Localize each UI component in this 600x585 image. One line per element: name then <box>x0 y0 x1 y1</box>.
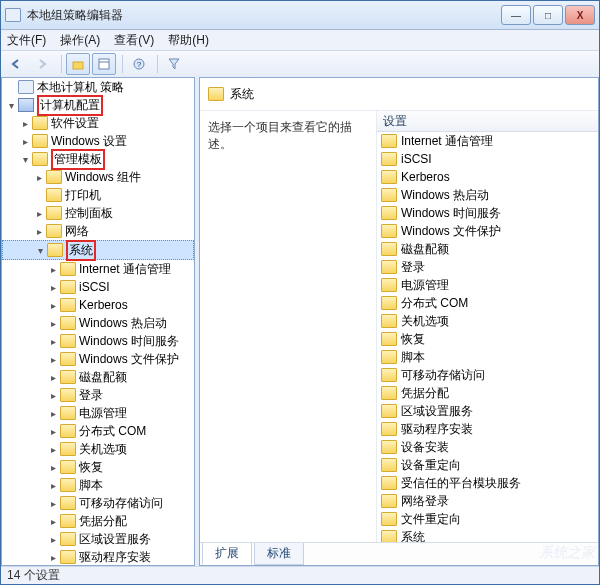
help-button[interactable]: ? <box>127 53 151 75</box>
column-header-settings[interactable]: 设置 <box>377 111 598 132</box>
expand-icon[interactable]: ▸ <box>48 462 58 473</box>
tree-node[interactable]: ▸电源管理 <box>2 404 194 422</box>
list-item[interactable]: 系统 <box>377 528 598 542</box>
menubar: 文件(F) 操作(A) 查看(V) 帮助(H) <box>1 30 599 51</box>
expand-icon[interactable]: ▸ <box>48 336 58 347</box>
details-title: 系统 <box>230 86 254 103</box>
tree-node[interactable]: ▸Internet 通信管理 <box>2 260 194 278</box>
expand-icon[interactable]: ▸ <box>34 172 44 183</box>
tree-node[interactable]: ▾管理模板 <box>2 150 194 168</box>
expand-icon[interactable]: ▸ <box>48 498 58 509</box>
list-item[interactable]: Windows 文件保护 <box>377 222 598 240</box>
list-item[interactable]: Windows 热启动 <box>377 186 598 204</box>
list-item[interactable]: 受信任的平台模块服务 <box>377 474 598 492</box>
tree-node[interactable]: ▸Windows 热启动 <box>2 314 194 332</box>
collapse-icon[interactable]: ▾ <box>35 245 45 256</box>
tree-node[interactable]: ▸Windows 设置 <box>2 132 194 150</box>
collapse-icon[interactable]: ▾ <box>6 100 16 111</box>
list-item[interactable]: 恢复 <box>377 330 598 348</box>
expand-icon[interactable]: ▸ <box>48 354 58 365</box>
tree-node[interactable]: ▸Windows 组件 <box>2 168 194 186</box>
list-item[interactable]: Internet 通信管理 <box>377 132 598 150</box>
tree-node[interactable]: ▸磁盘配额 <box>2 368 194 386</box>
list-item[interactable]: 凭据分配 <box>377 384 598 402</box>
list-item[interactable]: 可移动存储访问 <box>377 366 598 384</box>
menu-view[interactable]: 查看(V) <box>114 32 154 49</box>
expand-icon[interactable]: ▸ <box>48 372 58 383</box>
tree-node[interactable]: ▸iSCSI <box>2 278 194 296</box>
expand-icon[interactable]: ▸ <box>48 408 58 419</box>
menu-file[interactable]: 文件(F) <box>7 32 46 49</box>
tree-pane[interactable]: 本地计算机 策略▾计算机配置▸软件设置▸Windows 设置▾管理模板▸Wind… <box>1 77 195 566</box>
collapse-icon[interactable]: ▾ <box>20 154 30 165</box>
back-button[interactable] <box>5 53 29 75</box>
list-item[interactable]: Kerberos <box>377 168 598 186</box>
expand-icon[interactable]: ▸ <box>48 318 58 329</box>
expand-icon[interactable]: ▸ <box>48 264 58 275</box>
list-item[interactable]: 关机选项 <box>377 312 598 330</box>
tree-node[interactable]: ▸恢复 <box>2 458 194 476</box>
view-button[interactable] <box>92 53 116 75</box>
tree-node[interactable]: 本地计算机 策略 <box>2 78 194 96</box>
titlebar[interactable]: 本地组策略编辑器 — □ X <box>1 1 599 30</box>
expand-icon[interactable]: ▸ <box>34 226 44 237</box>
list-item[interactable]: 脚本 <box>377 348 598 366</box>
tree-node[interactable]: ▾计算机配置 <box>2 96 194 114</box>
expand-icon[interactable]: ▸ <box>20 136 30 147</box>
expand-icon[interactable]: ▸ <box>48 282 58 293</box>
menu-action[interactable]: 操作(A) <box>60 32 100 49</box>
tree-node[interactable]: ▸Windows 文件保护 <box>2 350 194 368</box>
tree-node[interactable]: ▸Windows 时间服务 <box>2 332 194 350</box>
folder-icon <box>60 316 76 330</box>
close-button[interactable]: X <box>565 5 595 25</box>
expand-icon[interactable]: ▸ <box>34 208 44 219</box>
settings-list[interactable]: 设置 Internet 通信管理iSCSIKerberosWindows 热启动… <box>377 111 598 542</box>
tree-node[interactable]: ▸可移动存储访问 <box>2 494 194 512</box>
list-item[interactable]: 区域设置服务 <box>377 402 598 420</box>
list-item[interactable]: Windows 时间服务 <box>377 204 598 222</box>
list-item[interactable]: 登录 <box>377 258 598 276</box>
tree-node[interactable]: ▸Kerberos <box>2 296 194 314</box>
list-item[interactable]: 电源管理 <box>377 276 598 294</box>
folder-icon <box>60 478 76 492</box>
expand-icon[interactable]: ▸ <box>48 300 58 311</box>
expand-icon[interactable]: ▸ <box>48 534 58 545</box>
expand-icon[interactable]: ▸ <box>48 516 58 527</box>
forward-button[interactable] <box>31 53 55 75</box>
tree-node[interactable]: ▸控制面板 <box>2 204 194 222</box>
expand-icon[interactable]: ▸ <box>48 444 58 455</box>
tab-standard[interactable]: 标准 <box>254 543 304 565</box>
tree-node[interactable]: ▸关机选项 <box>2 440 194 458</box>
tree-node[interactable]: ▸登录 <box>2 386 194 404</box>
tree-node[interactable]: ▸区域设置服务 <box>2 530 194 548</box>
tree-node[interactable]: ▸驱动程序安装 <box>2 548 194 566</box>
tree-node[interactable]: ▸凭据分配 <box>2 512 194 530</box>
menu-help[interactable]: 帮助(H) <box>168 32 209 49</box>
tree-node[interactable]: 打印机 <box>2 186 194 204</box>
up-button[interactable] <box>66 53 90 75</box>
tree-node[interactable]: ▸脚本 <box>2 476 194 494</box>
expand-icon[interactable]: ▸ <box>48 390 58 401</box>
list-item[interactable]: 设备安装 <box>377 438 598 456</box>
list-item[interactable]: 磁盘配额 <box>377 240 598 258</box>
tree-node[interactable]: ▸分布式 COM <box>2 422 194 440</box>
expand-icon[interactable]: ▸ <box>48 480 58 491</box>
expand-icon[interactable]: ▸ <box>48 426 58 437</box>
tree-node-label: 打印机 <box>65 187 101 204</box>
tab-extended[interactable]: 扩展 <box>202 543 252 565</box>
list-item[interactable]: 驱动程序安装 <box>377 420 598 438</box>
list-item[interactable]: 设备重定向 <box>377 456 598 474</box>
list-item[interactable]: 网络登录 <box>377 492 598 510</box>
list-item[interactable]: 文件重定向 <box>377 510 598 528</box>
tree-node[interactable]: ▾系统 <box>2 240 194 260</box>
maximize-button[interactable]: □ <box>533 5 563 25</box>
list-item[interactable]: iSCSI <box>377 150 598 168</box>
expand-icon[interactable]: ▸ <box>48 552 58 563</box>
filter-button[interactable] <box>162 53 186 75</box>
list-item[interactable]: 分布式 COM <box>377 294 598 312</box>
tree-node[interactable]: ▸软件设置 <box>2 114 194 132</box>
expand-icon[interactable]: ▸ <box>20 118 30 129</box>
tree-node[interactable]: ▸网络 <box>2 222 194 240</box>
folder-icon <box>60 352 76 366</box>
minimize-button[interactable]: — <box>501 5 531 25</box>
